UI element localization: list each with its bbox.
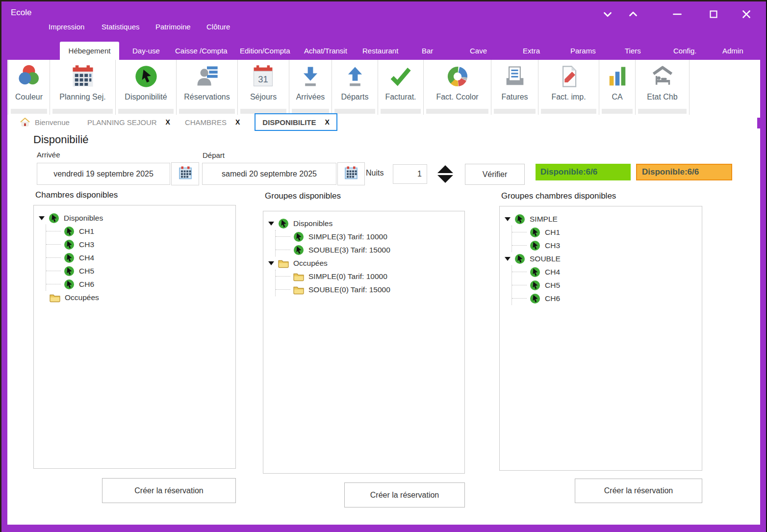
toolbar-button-fatures[interactable]: Fatures — [491, 60, 538, 115]
tree-node[interactable]: CH3 — [46, 238, 235, 251]
tab-restaurant[interactable]: Restaurant — [362, 42, 398, 60]
create-reservation-button[interactable]: Créer la réservation — [102, 478, 236, 503]
tree-node[interactable]: CH5 — [46, 264, 235, 278]
chevron-down-icon[interactable] — [600, 7, 615, 22]
close-tab-icon[interactable]: X — [166, 118, 170, 126]
tree-node[interactable]: CH1 — [46, 225, 235, 238]
availability-cursor-icon — [133, 64, 159, 89]
tree-node[interactable]: SIMPLE(3) Tarif: 10000 — [276, 230, 464, 243]
nights-input[interactable] — [393, 164, 427, 184]
toolbar-button-s-jours[interactable]: 31Séjours — [238, 60, 289, 115]
tab-params[interactable]: Params — [570, 42, 596, 60]
tree-node[interactable]: SOUBLE(0) Tarif: 15000 — [276, 283, 464, 296]
toolbar-button-fact-ccolor[interactable]: Fact. Ccolor — [424, 60, 491, 115]
color-circles-icon — [16, 64, 42, 89]
tree-node[interactable]: CH5 — [512, 279, 702, 292]
toolbar-button-label: CA — [612, 93, 622, 101]
tree-node-label: CH6 — [545, 294, 560, 303]
expander-icon[interactable] — [505, 257, 511, 261]
menu-item-impression[interactable]: Impression — [49, 23, 84, 31]
expander-icon[interactable] — [505, 217, 511, 221]
subtab-planning-sejour[interactable]: PLANNING SEJOURX — [87, 118, 170, 127]
tab-admin[interactable]: Admin — [722, 42, 743, 60]
expander-icon[interactable] — [268, 222, 274, 226]
cursor-icon — [514, 214, 525, 225]
tab-day-use[interactable]: Day-use — [132, 42, 160, 60]
create-reservation-button[interactable]: Créer la réservation — [344, 482, 465, 507]
tree-node[interactable]: SIMPLE(0) Tarif: 10000 — [276, 270, 464, 283]
close-icon[interactable] — [739, 7, 754, 22]
tree-node[interactable]: CH3 — [512, 239, 702, 252]
toolbar-button-d-parts[interactable]: Départs — [332, 60, 378, 115]
toolbar-button-fact-imp-[interactable]: Fact. imp. — [538, 60, 599, 115]
tree-node[interactable]: CH6 — [46, 278, 235, 291]
tab-cave[interactable]: Cave — [470, 42, 487, 60]
toolbar-button-label: Arrivées — [296, 93, 325, 101]
document-pen-icon — [556, 64, 582, 89]
calendar-icon — [344, 166, 358, 182]
arrival-date-input[interactable] — [37, 163, 170, 185]
toolbar-button-ca[interactable]: CA — [599, 60, 636, 115]
availability-badge-green: Disponible:6/6 — [536, 164, 631, 180]
tab-caisse-compta[interactable]: Caisse /Compta — [175, 42, 228, 60]
subtab-label: PLANNING SEJOUR — [87, 118, 157, 127]
tree-node[interactable]: Disponibles — [267, 217, 464, 230]
expander-icon[interactable] — [39, 216, 45, 220]
tree-node[interactable]: Occupées — [38, 291, 235, 304]
tree-connector — [276, 276, 290, 277]
subtab-chambres[interactable]: CHAMBRESX — [185, 118, 240, 127]
subtab-home[interactable]: Bienvenue — [20, 117, 70, 127]
tree-node[interactable]: CH4 — [46, 251, 235, 264]
maximize-icon[interactable] — [706, 7, 721, 22]
toolbar-button-etat-chb[interactable]: Etat Chb — [636, 60, 690, 115]
toolbar-button-r-servations[interactable]: Réservations — [177, 60, 238, 115]
tree-node-label: SIMPLE(3) Tarif: 10000 — [308, 232, 387, 241]
tab-achat-transit[interactable]: Achat/Transit — [304, 42, 347, 60]
departure-date-input[interactable] — [202, 163, 336, 185]
tab-tiers[interactable]: Tiers — [625, 42, 641, 60]
tab-h-begement[interactable]: Hébegement — [60, 42, 119, 60]
tree-node[interactable]: SIMPLE — [504, 212, 702, 226]
tree-node[interactable]: Occupées — [267, 256, 464, 270]
tab-bar[interactable]: Bar — [422, 42, 433, 60]
subtab-disponibilite[interactable]: DISPONIBILITEX — [255, 113, 337, 131]
printer-icon — [502, 64, 528, 89]
arrival-calendar-button[interactable] — [171, 162, 199, 185]
menu-item-statistiques[interactable]: Statistiques — [102, 23, 140, 31]
minimize-icon[interactable] — [670, 7, 685, 22]
tab-extra[interactable]: Extra — [523, 42, 540, 60]
page-title: Disponibilié — [33, 133, 89, 146]
cursor-icon — [64, 239, 75, 250]
tab-config-[interactable]: Config. — [673, 42, 697, 60]
toolbar-button-couleur[interactable]: Couleur — [8, 60, 50, 115]
departure-calendar-button[interactable] — [337, 162, 365, 185]
tree-connector — [276, 289, 290, 290]
panel-title: Groupes chambres disponibles — [501, 191, 616, 201]
tree-node[interactable]: CH6 — [512, 292, 702, 305]
toolbar-button-facturat-[interactable]: Facturat. — [378, 60, 424, 115]
verify-button[interactable]: Vérifier — [465, 164, 525, 185]
tree-node[interactable]: CH4 — [512, 265, 702, 279]
spinner-down-button[interactable] — [437, 175, 453, 183]
toolbar-button-disponibilit-[interactable]: Disponibilité — [116, 60, 177, 115]
close-tab-icon[interactable]: X — [235, 118, 240, 126]
expander-icon[interactable] — [268, 261, 274, 265]
arrow-down-icon — [298, 64, 323, 89]
toolbar-button-arriv-es[interactable]: Arrivées — [289, 60, 332, 115]
tree-node[interactable]: SOUBLE — [504, 252, 702, 265]
chevron-up-icon[interactable] — [626, 7, 640, 22]
close-tab-icon[interactable]: X — [325, 118, 330, 126]
menu-item-patrimoine[interactable]: Patrimoine — [155, 23, 191, 31]
toolbar-button-label: Fact. Ccolor — [436, 93, 478, 101]
tree-node[interactable]: Disponibles — [38, 211, 235, 225]
toolbar-button-planning-sej-[interactable]: Planning Sej. — [50, 60, 116, 115]
tree-connector — [46, 271, 61, 271]
tree-node[interactable]: SOUBLE(3) Tarif: 15000 — [276, 243, 464, 256]
tab-edition-compta[interactable]: Edition/Compta — [240, 42, 290, 60]
create-reservation-button[interactable]: Créer la réservation — [575, 479, 702, 503]
menu-item-cl-ture[interactable]: Clôture — [206, 23, 230, 31]
tree-node-label: CH3 — [545, 241, 560, 250]
spinner-up-button[interactable] — [437, 165, 453, 173]
bed-icon — [650, 64, 675, 89]
tree-node[interactable]: CH1 — [512, 226, 702, 239]
